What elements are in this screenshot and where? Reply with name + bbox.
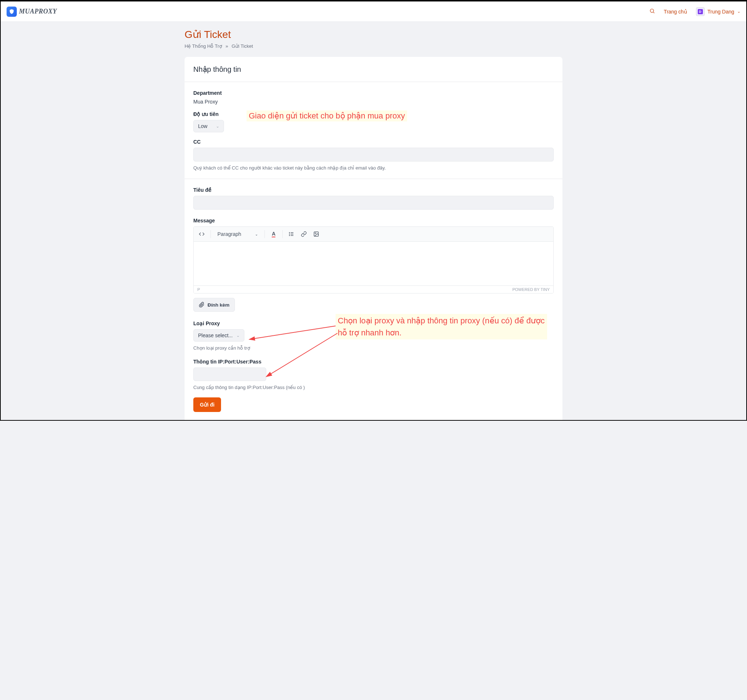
text-color-icon[interactable]: A [268, 229, 279, 239]
proxy-info-label: Thông tin IP:Port:User:Pass [193, 359, 554, 365]
priority-select[interactable]: Low ⌄ [193, 120, 224, 132]
chevron-down-icon: ⌄ [255, 232, 258, 236]
editor-path: P [197, 287, 200, 292]
link-icon[interactable] [299, 229, 309, 239]
user-menu[interactable]: D Trung Dang ⌄ [696, 7, 741, 16]
breadcrumb-root[interactable]: Hệ Thống Hỗ Trợ [184, 44, 222, 49]
svg-point-7 [289, 235, 290, 235]
proxy-type-select[interactable]: Please select... ⌄ [193, 329, 244, 342]
card-header: Nhập thông tin [184, 57, 563, 82]
paperclip-icon [199, 302, 205, 308]
message-editor: Paragraph ⌄ A [193, 226, 554, 294]
submit-button[interactable]: Gửi đi [193, 397, 221, 412]
format-select[interactable]: Paragraph ⌄ [215, 230, 261, 238]
editor-branding: POWERED BY TINY [513, 287, 550, 292]
cc-input[interactable] [193, 148, 554, 161]
brand-logo[interactable]: MUAPROXY [6, 6, 57, 17]
svg-point-9 [315, 233, 316, 234]
attach-button[interactable]: Đính kèm [193, 298, 235, 312]
cc-help: Quý khách có thể CC cho người khác vào t… [193, 165, 554, 170]
chevron-down-icon: ⌄ [216, 124, 219, 129]
ticket-card: Nhập thông tin Department Mua Proxy Độ ư… [184, 57, 563, 420]
department-label: Department [193, 90, 554, 96]
subject-input[interactable] [193, 196, 554, 210]
department-value: Mua Proxy [193, 99, 554, 105]
message-label: Message [193, 218, 554, 223]
proxy-info-input[interactable] [193, 368, 266, 381]
bullet-list-icon[interactable] [286, 229, 296, 239]
cc-label: CC [193, 139, 554, 145]
code-icon[interactable] [197, 229, 207, 239]
svg-point-5 [289, 232, 290, 232]
annotation-1: Giao diện gửi ticket cho bộ phận mua pro… [246, 110, 407, 121]
brand-text: MUAPROXY [19, 8, 57, 15]
arrow-icon [248, 324, 339, 346]
proxy-type-help: Chọn loại proxy cần hỗ trợ [193, 345, 554, 351]
annotation-2: Chọn loại proxy và nhập thông tin proxy … [336, 314, 547, 339]
shield-icon [6, 6, 17, 17]
page-title: Gửi Ticket [184, 29, 563, 41]
svg-line-1 [653, 12, 654, 13]
svg-point-0 [650, 9, 654, 12]
proxy-info-help: Cung cấp thông tin dạng IP:Port:User:Pas… [193, 385, 554, 390]
svg-line-10 [254, 326, 336, 339]
breadcrumb: Hệ Thống Hỗ Trợ » Gửi Ticket [184, 44, 563, 49]
topbar: MUAPROXY Trang chủ D Trung Dang ⌄ [1, 2, 746, 22]
image-icon[interactable] [311, 229, 321, 239]
chevron-down-icon: ⌄ [737, 9, 741, 14]
chevron-down-icon: ⌄ [236, 333, 240, 338]
breadcrumb-current: Gửi Ticket [231, 44, 253, 49]
avatar: D [696, 7, 705, 16]
message-body[interactable] [194, 242, 553, 285]
top-nav: Trang chủ D Trung Dang ⌄ [649, 7, 741, 16]
user-name: Trung Dang [708, 9, 734, 15]
subject-label: Tiêu đề [193, 187, 554, 193]
nav-home[interactable]: Trang chủ [664, 9, 687, 15]
svg-point-6 [289, 234, 290, 234]
search-icon[interactable] [649, 8, 655, 15]
